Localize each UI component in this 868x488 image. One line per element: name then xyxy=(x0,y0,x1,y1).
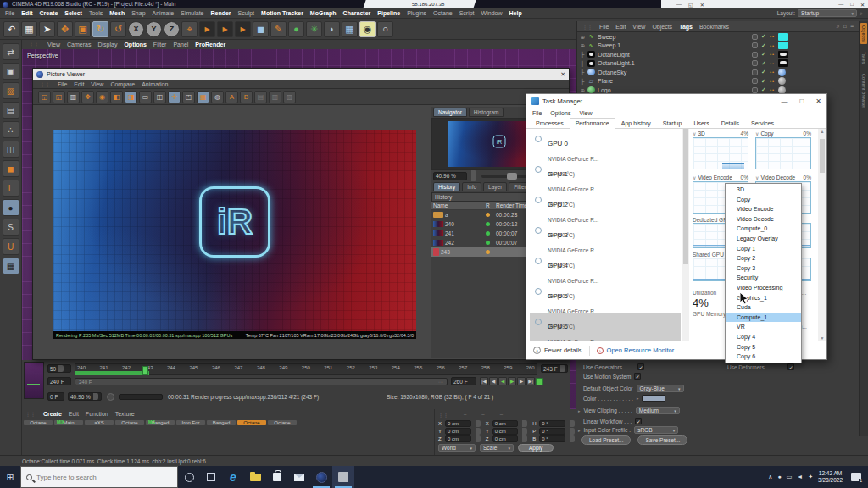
tab[interactable]: App history xyxy=(615,118,657,128)
points-mode-icon[interactable]: ∴ xyxy=(3,121,19,138)
material-thumbnail[interactable]: MG Banged xyxy=(146,419,175,425)
panel-tab[interactable]: Info xyxy=(462,182,481,191)
edge-icon[interactable]: e xyxy=(222,466,244,488)
enabled-check-icon[interactable]: ✓ xyxy=(761,42,766,49)
use-generators-checkbox[interactable]: ✓ xyxy=(637,363,644,370)
magnet-icon[interactable]: U xyxy=(3,238,19,255)
tray-security-icon[interactable]: ● xyxy=(777,474,781,480)
side-tab[interactable]: Takes xyxy=(860,49,867,66)
enabled-check-icon[interactable]: ✓ xyxy=(761,78,766,85)
dropdown-item[interactable]: Copy 6 xyxy=(726,352,801,362)
layout-fit-icon[interactable]: ✛ xyxy=(168,91,181,103)
window-close-icon[interactable]: ✕ xyxy=(860,2,865,8)
menu-item[interactable]: Bookmarks xyxy=(699,24,729,30)
object-tag-icon[interactable] xyxy=(778,77,786,85)
color-profile-select[interactable]: sRGB▾ xyxy=(634,426,678,434)
expander-icon[interactable]: ├ xyxy=(581,52,587,57)
coordinate-field[interactable]: B0 ° xyxy=(532,435,575,442)
dropdown-item[interactable]: Graphics_1 xyxy=(726,293,801,303)
layer-lock-icon[interactable]: ▦ xyxy=(3,258,19,274)
object-tag-icon[interactable] xyxy=(778,59,788,67)
tray-expand-icon[interactable]: ∧ xyxy=(768,474,772,480)
layer-dots[interactable]: •• xyxy=(770,43,775,48)
primitive-cube-icon[interactable]: ◼ xyxy=(253,21,269,37)
visibility-toggle[interactable] xyxy=(752,78,758,84)
dropdown-item[interactable]: Copy 5 xyxy=(726,342,801,352)
object-row[interactable]: ├ Plane ✓ •• xyxy=(577,77,859,86)
object-name[interactable]: OctaneLight xyxy=(598,52,630,58)
menu-item[interactable]: File xyxy=(58,81,67,87)
zoom-field[interactable]: 40.96 % xyxy=(433,172,467,180)
coord-system-icon[interactable]: ⌖ xyxy=(181,21,198,37)
layer-dots[interactable]: •• xyxy=(770,52,775,57)
screen-capture-icon[interactable]: ▦ xyxy=(21,21,37,37)
apply-button[interactable]: Apply xyxy=(518,444,554,452)
overlay-restore-icon[interactable]: ◱ xyxy=(688,2,693,8)
polygons-mode-icon[interactable]: ◼ xyxy=(3,160,19,177)
channel-49-icon[interactable]: ▤ xyxy=(254,91,267,103)
layout-split-icon[interactable]: ◫ xyxy=(153,91,166,103)
color-picker-icon[interactable]: ◉ xyxy=(96,91,108,103)
menu-item[interactable]: Panel xyxy=(173,42,188,47)
coord-mode-select[interactable]: World▾ xyxy=(438,444,476,452)
menu-item[interactable]: Render xyxy=(210,10,231,16)
menu-item[interactable]: Simulate xyxy=(181,10,203,16)
dropdown-item[interactable]: Video Decode xyxy=(726,214,801,225)
search-input[interactable] xyxy=(36,474,164,481)
record-icon[interactable] xyxy=(536,378,543,385)
start-frame-field[interactable]: 240 F xyxy=(47,377,71,385)
color-swatch[interactable] xyxy=(642,395,665,402)
end-frame-field[interactable]: 260 F xyxy=(451,377,476,385)
menu-item[interactable]: Character xyxy=(343,10,371,16)
visibility-toggle[interactable] xyxy=(752,42,758,48)
menu-item[interactable]: View xyxy=(632,24,645,30)
tray-display-icon[interactable]: ▭ xyxy=(787,474,793,480)
rendered-image[interactable]: iR Rendering P:235 Ms/Sec 512MB Time 00:… xyxy=(53,130,416,339)
menu-item[interactable]: Objects xyxy=(652,24,672,30)
rotate-tool-icon[interactable]: ↻ xyxy=(92,21,108,37)
dropdown-item[interactable]: Compute_1 xyxy=(726,313,801,323)
next-frame-icon[interactable]: ▶ xyxy=(517,377,526,385)
make-editable-icon[interactable]: ⇄ xyxy=(3,43,19,60)
material-thumbnail[interactable]: Iron For xyxy=(176,419,205,425)
coordinate-field[interactable]: X0 cm xyxy=(486,420,528,427)
axis-y-icon[interactable]: Y xyxy=(146,21,162,37)
snap-icon[interactable]: S xyxy=(3,219,19,236)
object-tag-icon[interactable] xyxy=(778,33,788,41)
deformer-icon[interactable]: ◗ xyxy=(324,21,340,37)
object-name[interactable]: Sweep xyxy=(598,34,615,40)
object-row[interactable]: ├ OctaneLight ✓ •• xyxy=(577,50,859,59)
object-name[interactable]: Logo xyxy=(598,87,611,93)
dropdown-item[interactable]: Compute_0 xyxy=(726,224,801,234)
dropdown-item[interactable]: Legacy Overlay xyxy=(726,234,801,244)
current-frame-field[interactable]: 243 F xyxy=(541,364,568,373)
render-picture-viewer-icon[interactable]: ▶ xyxy=(217,21,233,37)
mail-icon[interactable] xyxy=(288,466,310,488)
viewport-camera-label[interactable]: Perspective xyxy=(27,53,58,58)
expander-icon[interactable]: ⊕ xyxy=(581,42,587,48)
spline-pen-icon[interactable]: ✎ xyxy=(270,21,287,37)
material-thumbnail[interactable]: aXS xyxy=(85,419,114,425)
visibility-toggle[interactable] xyxy=(752,69,758,75)
texture-mode-icon[interactable]: ▨ xyxy=(3,82,19,99)
visibility-toggle[interactable] xyxy=(752,52,758,58)
coordinate-field[interactable]: P0 ° xyxy=(532,428,575,435)
picture-viewer-titlebar[interactable]: Picture Viewer ✕ xyxy=(33,69,569,80)
menu-item[interactable]: Edit xyxy=(74,81,84,87)
task-view-button[interactable] xyxy=(200,466,222,488)
overlay-minimize-icon[interactable]: — xyxy=(676,2,682,7)
load-preset-button[interactable]: Load Preset... xyxy=(581,435,631,445)
expander-icon[interactable]: ⊕ xyxy=(581,87,587,93)
zoom-stepper[interactable] xyxy=(471,170,476,181)
tab[interactable]: Performance xyxy=(570,118,615,129)
dropdown-item[interactable]: Security xyxy=(726,273,801,283)
scale-tool-icon[interactable]: ▣ xyxy=(75,21,91,37)
tm-maximize-icon[interactable]: □ xyxy=(799,97,804,105)
save-preset-button[interactable]: Save Preset... xyxy=(637,435,687,445)
menu-item[interactable]: Pipeline xyxy=(377,10,400,16)
store-icon[interactable] xyxy=(266,466,288,488)
default-color-select[interactable]: Gray-Blue▾ xyxy=(637,385,684,392)
material-thumbnail[interactable]: MIX Main xyxy=(54,419,83,425)
version-b-icon[interactable]: B xyxy=(240,91,253,103)
expander-icon[interactable]: ├ xyxy=(581,79,587,84)
